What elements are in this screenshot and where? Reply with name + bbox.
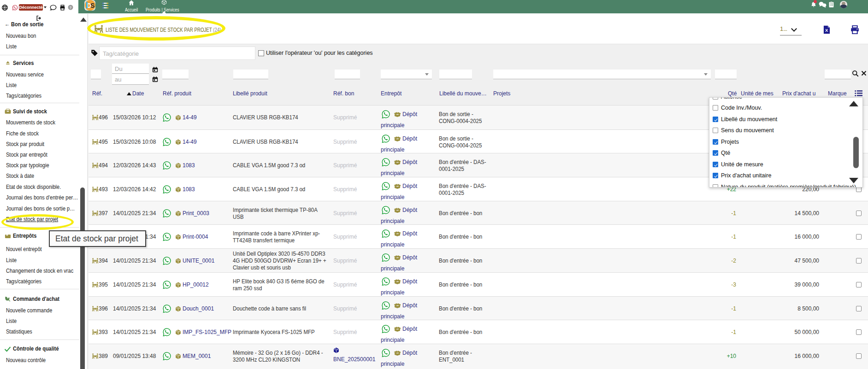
svg-text:X: X	[825, 28, 828, 33]
svg-text:?: ?	[70, 6, 72, 10]
